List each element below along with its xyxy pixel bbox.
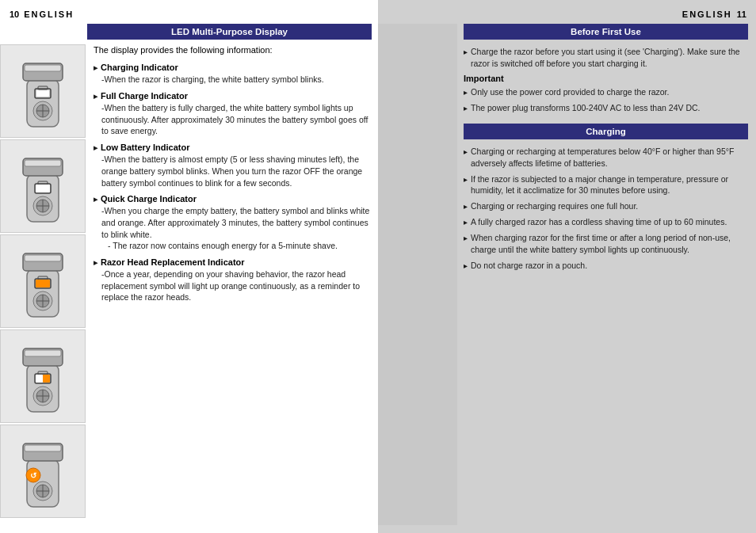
left-content: ↺ The display provides the following inf… (0, 44, 378, 525)
before-use-bullet-1: ▸ Charge the razor before you start usin… (464, 46, 748, 69)
quick-charge-sub: - The razor now contains enough energy f… (108, 240, 372, 252)
head-replacement-section: ▸ Razor Head Replacement Indicator -Once… (94, 257, 372, 303)
page: 10 ENGLISH LED Multi-Purpose Display (0, 0, 756, 533)
right-page: ENGLISH 11 Before First Use ▸ Charge the… (378, 0, 756, 533)
before-first-use-header: Before First Use (464, 24, 748, 40)
led-section-header: LED Multi-Purpose Display (87, 24, 372, 40)
bullet-5: ▸ (94, 258, 97, 267)
svg-rect-35 (36, 375, 43, 383)
right-content: Before First Use ▸ Charge the razor befo… (378, 24, 756, 525)
svg-rect-36 (43, 375, 50, 383)
bullet-4: ▸ (94, 195, 97, 204)
razor-image-4 (0, 329, 86, 423)
intro-text: The display provides the following infor… (94, 44, 372, 56)
charging-section: Charging ▸ Charging or recharging at tem… (464, 124, 748, 271)
important-bullet-2: ▸ The power plug transforms 100-240V AC … (464, 102, 748, 114)
left-page: 10 ENGLISH LED Multi-Purpose Display (0, 0, 378, 533)
charging-bullet-3: ▸ Charging or recharging requires one fu… (464, 200, 748, 212)
right-header-row: ENGLISH 11 (378, 8, 756, 24)
razor-image-1 (0, 44, 86, 138)
head-replacement-title: ▸ Razor Head Replacement Indicator (94, 257, 372, 267)
left-language: ENGLISH (24, 10, 74, 19)
svg-text:↺: ↺ (30, 471, 37, 480)
low-battery-section: ▸ Low Battery Indicator -When the batter… (94, 143, 372, 188)
charging-bullet-2: ▸ If the razor is subjected to a major c… (464, 173, 748, 196)
before-first-use-section: Before First Use ▸ Charge the razor befo… (464, 24, 748, 114)
image-column: ↺ (0, 44, 87, 525)
right-page-number: 11 (737, 10, 746, 19)
charging-bullet-4: ▸ A fully charged razor has a cordless s… (464, 216, 748, 228)
right-language: ENGLISH (682, 10, 732, 19)
svg-rect-22 (25, 255, 61, 261)
svg-rect-15 (36, 185, 50, 192)
svg-rect-32 (25, 350, 61, 356)
text-column: The display provides the following infor… (87, 44, 378, 525)
charging-bullet-6: ▸ Do not charge razor in a pouch. (464, 260, 748, 272)
charging-indicator-title: ▸ Charging Indicator (94, 63, 372, 72)
razor-image-3 (0, 234, 86, 328)
low-battery-text: -When the battery is almost empty (5 or … (101, 154, 372, 188)
important-label: Important (464, 74, 748, 83)
svg-rect-5 (36, 90, 49, 97)
right-image-col (378, 24, 457, 525)
low-battery-title: ▸ Low Battery Indicator (94, 143, 372, 152)
razor-image-2 (0, 139, 86, 233)
charging-indicator-section: ▸ Charging Indicator -When the razor is … (94, 63, 372, 86)
bullet-1: ▸ (94, 63, 97, 72)
important-bullet-1: ▸ Only use the power cord provided to ch… (464, 86, 748, 98)
charging-bullet-1: ▸ Charging or recharging at temperatures… (464, 146, 748, 169)
charging-indicator-text: -When the razor is charging, the white b… (101, 74, 372, 86)
full-charge-section: ▸ Full Charge Indicator -When the batter… (94, 91, 372, 137)
bullet-r2: ▸ (464, 87, 468, 98)
svg-rect-43 (25, 445, 61, 451)
right-text-col: Before First Use ▸ Charge the razor befo… (457, 24, 756, 525)
left-page-number: 10 (10, 10, 19, 19)
charging-header: Charging (464, 124, 748, 139)
charging-bullet-5: ▸ When charging razor for the first time… (464, 232, 748, 255)
quick-charge-title: ▸ Quick Charge Indicator (94, 194, 372, 204)
bullet-3: ▸ (94, 143, 97, 152)
svg-rect-12 (25, 160, 61, 166)
head-replacement-text: -Once a year, depending on your shaving … (101, 268, 372, 303)
svg-rect-2 (25, 65, 61, 71)
bullet-c6: ▸ (464, 261, 468, 272)
svg-rect-25 (36, 280, 50, 287)
bullet-c1: ▸ (464, 147, 468, 158)
full-charge-text: -When the battery is fully charged, the … (101, 102, 372, 137)
bullet-c4: ▸ (464, 217, 468, 228)
quick-charge-text: -When you charge the empty battery, the … (101, 205, 372, 240)
bullet-r3: ▸ (464, 103, 468, 114)
quick-charge-section: ▸ Quick Charge Indicator -When you charg… (94, 194, 372, 252)
bullet-c3: ▸ (464, 201, 468, 212)
bullet-2: ▸ (94, 92, 97, 101)
bullet-c2: ▸ (464, 174, 468, 185)
bullet-c5: ▸ (464, 233, 468, 244)
left-header-row: 10 ENGLISH (0, 8, 378, 24)
full-charge-title: ▸ Full Charge Indicator (94, 91, 372, 101)
razor-image-5: ↺ (0, 424, 86, 518)
bullet-r1: ▸ (464, 47, 468, 58)
